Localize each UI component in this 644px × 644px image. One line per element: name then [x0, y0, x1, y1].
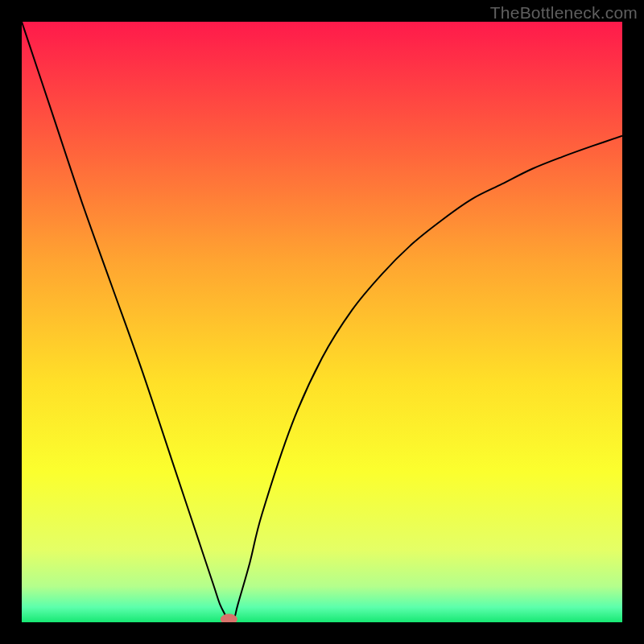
plot-background [22, 22, 622, 622]
plot-svg [22, 22, 622, 622]
plot-area [22, 22, 622, 622]
chart-frame: TheBottleneck.com [0, 0, 644, 644]
watermark-text: TheBottleneck.com [490, 3, 638, 23]
